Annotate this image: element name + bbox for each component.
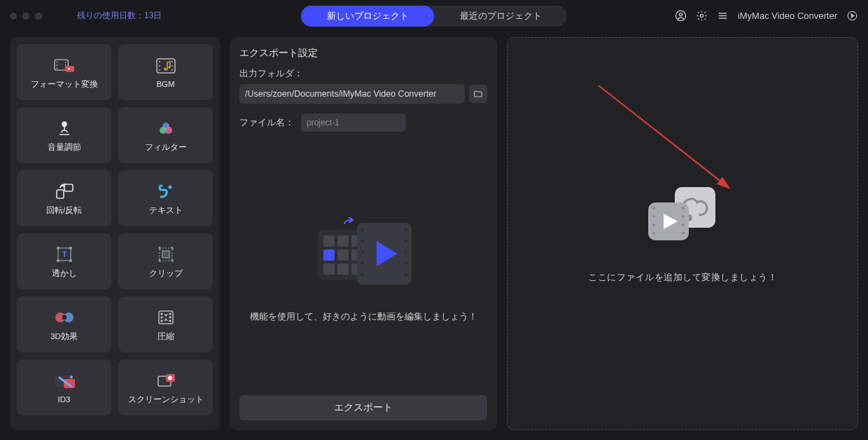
svg-point-29 [168, 185, 172, 188]
svg-point-51 [169, 320, 171, 322]
tool-clip[interactable]: クリップ [118, 233, 213, 289]
tool-watermark[interactable]: T透かし [17, 233, 111, 289]
svg-point-21 [172, 69, 173, 71]
svg-point-32 [69, 247, 71, 249]
svg-rect-53 [64, 379, 75, 388]
tool-compress[interactable]: 圧縮 [118, 296, 213, 352]
tool-text[interactable]: テキスト [118, 170, 213, 226]
tool-label: BGM [156, 80, 174, 88]
svg-text:T: T [62, 250, 66, 259]
tool-format-convert[interactable]: フォーマット変換 [17, 44, 111, 100]
clip-icon [155, 245, 176, 264]
tool-rotate[interactable]: 回転/反転 [17, 170, 111, 226]
svg-point-78 [405, 262, 407, 265]
menu-icon[interactable] [717, 10, 729, 22]
hint-arrow-icon [592, 78, 752, 219]
volume-icon [54, 118, 75, 138]
filename-input[interactable]: project-1 [301, 114, 406, 132]
output-folder-label: 出力フォルダ： [239, 68, 487, 80]
tool-label: 透かし [52, 268, 77, 279]
svg-rect-28 [64, 184, 73, 191]
svg-rect-37 [162, 251, 169, 258]
browse-folder-button[interactable] [469, 85, 487, 103]
text-icon [155, 181, 176, 201]
svg-point-77 [405, 251, 407, 254]
svg-point-31 [57, 247, 59, 249]
tool-label: テキスト [149, 205, 183, 216]
svg-rect-60 [337, 235, 349, 247]
svg-point-73 [361, 262, 364, 265]
tool-bgm[interactable]: BGM [118, 44, 213, 100]
user-icon[interactable] [675, 10, 687, 22]
rotate-icon [54, 181, 75, 201]
svg-point-70 [361, 228, 364, 231]
bgm-icon [155, 56, 176, 76]
drop-hint-text: ここにファイルを追加して変換しましょう！ [588, 271, 777, 284]
svg-point-8 [56, 61, 57, 62]
svg-point-79 [405, 273, 407, 276]
svg-rect-65 [323, 263, 335, 275]
svg-point-16 [159, 61, 160, 62]
output-folder-path[interactable]: /Users/zoen/Documents/iMyMac Video Conve… [239, 84, 465, 104]
svg-point-48 [161, 320, 162, 322]
svg-rect-68 [323, 249, 335, 261]
window-controls[interactable] [10, 13, 42, 20]
svg-point-20 [172, 65, 173, 67]
tool-id3[interactable]: ID3 [17, 359, 111, 415]
project-tabs: 新しいプロジェクト 最近のプロジェクト [301, 6, 567, 27]
svg-point-40 [158, 259, 160, 261]
tool-label: ID3 [58, 395, 71, 404]
svg-point-23 [164, 67, 166, 69]
svg-point-9 [56, 64, 57, 66]
tool-screenshot[interactable]: スクリーンショット [118, 359, 213, 415]
filter-icon [155, 118, 176, 138]
svg-point-57 [168, 376, 172, 380]
gear-icon[interactable] [696, 10, 708, 22]
svg-point-87 [652, 232, 655, 235]
tool-3d[interactable]: 3D効果 [17, 296, 111, 352]
tool-volume[interactable]: 音量調節 [17, 107, 111, 163]
3d-icon [54, 308, 75, 327]
minimize-dot-icon[interactable] [22, 13, 29, 20]
watermark-icon: T [54, 245, 75, 264]
svg-point-2 [701, 14, 704, 17]
svg-point-74 [361, 273, 364, 276]
filename-label: ファイル名： [239, 117, 294, 129]
svg-rect-44 [62, 315, 66, 319]
file-drop-zone[interactable]: ここにファイルを追加して変換しましょう！ [507, 37, 858, 430]
svg-point-17 [159, 65, 160, 67]
preview-area: 機能を使用して、好きのように動画を編集しましょう！ [239, 146, 487, 395]
svg-point-91 [682, 232, 685, 235]
tool-label: 圧縮 [158, 331, 174, 342]
svg-point-49 [169, 313, 171, 315]
tab-recent-projects[interactable]: 最近のプロジェクト [434, 6, 567, 27]
svg-line-80 [598, 85, 728, 187]
svg-point-1 [680, 13, 682, 16]
svg-point-54 [70, 376, 73, 378]
screenshot-icon [155, 371, 176, 390]
tab-new-project[interactable]: 新しいプロジェクト [301, 6, 434, 27]
svg-point-47 [161, 317, 162, 318]
trial-days-label: 残りの使用日数：13日 [77, 10, 162, 22]
svg-rect-63 [337, 249, 349, 261]
svg-point-86 [652, 224, 655, 226]
svg-point-34 [69, 259, 71, 261]
tool-label: クリップ [149, 268, 183, 279]
svg-point-11 [64, 61, 66, 62]
maximize-dot-icon[interactable] [35, 13, 42, 20]
tool-label: フォーマット変換 [31, 79, 98, 90]
header-bar: 残りの使用日数：13日 新しいプロジェクト 最近のプロジェクト iMyMac V… [0, 0, 868, 32]
svg-point-10 [56, 67, 57, 69]
svg-point-75 [405, 228, 407, 231]
tool-label: 3D効果 [50, 331, 78, 342]
svg-point-38 [158, 247, 160, 249]
svg-point-26 [165, 127, 172, 134]
close-dot-icon[interactable] [10, 13, 17, 20]
svg-point-41 [171, 259, 173, 261]
export-button[interactable]: エクスポート [239, 395, 487, 420]
tool-label: フィルター [145, 142, 187, 153]
play-circle-icon[interactable] [846, 10, 858, 22]
compress-icon [155, 308, 176, 327]
svg-point-18 [159, 69, 160, 71]
tool-filter[interactable]: フィルター [118, 107, 213, 163]
